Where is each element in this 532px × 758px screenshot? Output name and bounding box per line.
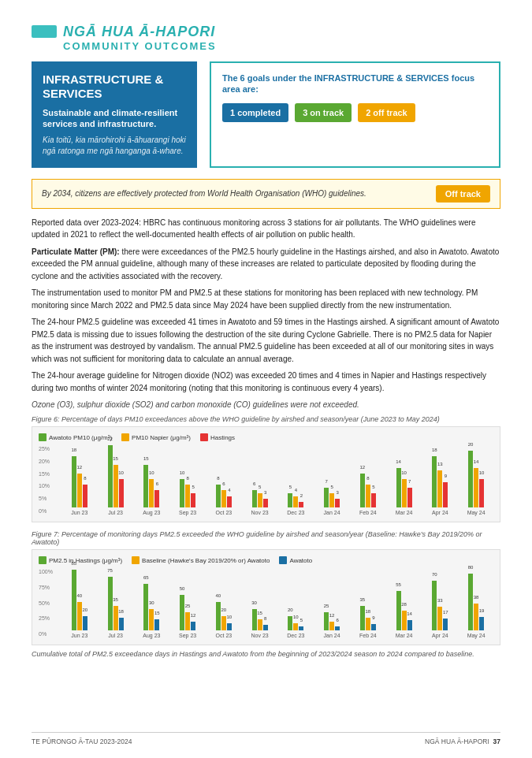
footer-right: NGĀ HUA Ā-HAPORI 37 [425,738,500,745]
badge-on-track: 3 on track [295,103,352,122]
y-label-1: 20% [39,459,61,464]
y-label-4: 5% [39,496,61,501]
y-label-0: 25% [39,446,61,451]
infra-box-maori: Kia toitū, kia mārohirohi ā-āhuarangi ho… [43,135,186,157]
report-intro: Reported data over 2023-2024: HBRC has c… [32,217,500,241]
page-title-maori: NGĀ HUA Ā-HAPORI [63,24,217,40]
goals-box-title: The 6 goals under the INFRASTRUCTURE & S… [222,72,488,95]
y2-label-0: 100% [39,569,61,574]
y-label-2: 15% [39,471,61,477]
y2-label-1: 75% [39,585,61,590]
page-title-eng: COMMUNITY OUTCOMES [63,40,217,52]
badge-completed: 1 completed [222,103,288,122]
chart2-caption: Figure 7: Percentage of monitoring days … [32,530,500,546]
goals-title-highlight: INFRASTRUCTURE & SERVICES [314,73,449,83]
legend-label-2: PM10 Napier (μg/m³) [132,434,191,441]
badge-row: 1 completed 3 on track 2 off track [222,103,488,122]
legend2-label-3: Awatoto [289,557,312,564]
badge-off-track: 2 off track [358,103,415,122]
legend2-dot-2 [132,556,140,564]
chart1-bars: 18128Jun 23221510Jul 2315106Aug 231085Se… [62,444,493,515]
legend-item-2: PM10 Napier (μg/m³) [121,433,191,441]
legend2-label-1: PM2.5 in Hastings (μg/m³) [49,557,122,564]
legend-dot-3 [200,433,208,441]
chart2-area: PM2.5 in Hastings (μg/m³) Baseline (Hawk… [32,549,500,645]
legend2-item-2: Baseline (Hawke's Bay 2019/20% or) Awato… [132,556,270,564]
chart2-legend: PM2.5 in Hastings (μg/m³) Baseline (Hawk… [39,556,493,564]
chart2-bottom-caption: Cumulative total of PM2.5 exceedance day… [32,650,500,658]
legend2-item-1: PM2.5 in Hastings (μg/m³) [39,556,122,564]
legend-dot-1 [39,433,47,441]
legend2-dot-1 [39,556,47,564]
chart2-bars: 854020Jun 23753518Jul 23653015Aug 235025… [62,567,493,638]
chart1-y-axis: 25% 20% 15% 10% 5% 0% [39,444,61,515]
legend2-label-2: Baseline (Hawke's Bay 2019/20% or) Awato… [142,557,270,564]
goals-box: The 6 goals under the INFRASTRUCTURE & S… [210,61,500,168]
page-title-block: NGĀ HUA Ā-HAPORI COMMUNITY OUTCOMES [63,24,217,52]
chart2-y-axis: 100% 75% 50% 25% 0% [39,567,61,638]
y-label-3: 10% [39,483,61,489]
infra-box-title: INFRASTRUCTURE & SERVICES [43,72,186,101]
report-para3: The 24-hour PM2.5 guideline was exceeded… [32,316,500,365]
legend-item-3: Hastings [200,433,235,441]
ozone-line: Ozone (O3), sulphur dioxide (SO2) and ca… [32,400,500,409]
header: NGĀ HUA Ā-HAPORI COMMUNITY OUTCOMES [32,24,500,52]
report-section: Reported data over 2023-2024: HBRC has c… [32,217,500,395]
report-para1-bold: Particulate Matter (PM): [32,247,120,256]
y2-label-2: 50% [39,600,61,606]
y2-label-4: 0% [39,631,61,637]
track-badge: Off track [436,185,490,203]
page: NGĀ HUA Ā-HAPORI COMMUNITY OUTCOMES INFR… [0,0,532,758]
top-section: INFRASTRUCTURE & SERVICES Sustainable an… [32,61,500,168]
legend2-dot-3 [279,556,287,564]
legend2-item-3: Awatoto [279,556,312,564]
chart1-caption: Figure 6: Percentage of days PM10 exceed… [32,415,500,423]
footer-left: TE PŪRONGO Ā-TAU 2023-2024 [32,738,132,745]
legend-dot-2 [121,433,129,441]
goals-title-prefix: The 6 goals under the [222,73,314,83]
legend-item-1: Awatoto PM10 (μg/m³) [39,433,112,441]
footer-page: 37 [493,738,500,745]
chart1-wrap: 25% 20% 15% 10% 5% 0% 18128Jun 23221510J… [39,444,493,515]
y2-label-3: 25% [39,615,61,621]
report-para1: Particulate Matter (PM): there were exce… [32,246,500,283]
track-bar-text: By 2034, citizens are effectively protec… [42,189,428,198]
report-para4: The 24-hour average guideline for Nitrog… [32,370,500,394]
chart1-area: Awatoto PM10 (μg/m³) PM10 Napier (μg/m³)… [32,426,500,522]
infra-box-subtitle: Sustainable and climate-resilient servic… [43,107,186,130]
legend-label-3: Hastings [210,434,235,441]
header-icon [32,25,57,38]
footer: TE PŪRONGO Ā-TAU 2023-2024 NGĀ HUA Ā-HAP… [32,732,500,745]
infra-box: INFRASTRUCTURE & SERVICES Sustainable an… [32,61,197,168]
track-bar: By 2034, citizens are effectively protec… [32,179,500,209]
report-para2: The instrumentation used to monitor PM a… [32,287,500,311]
y-label-5: 0% [39,508,61,514]
legend-label-1: Awatoto PM10 (μg/m³) [49,434,112,441]
chart2-wrap: 100% 75% 50% 25% 0% 854020Jun 23753518Ju… [39,567,493,638]
main-content: INFRASTRUCTURE & SERVICES Sustainable an… [32,61,500,658]
